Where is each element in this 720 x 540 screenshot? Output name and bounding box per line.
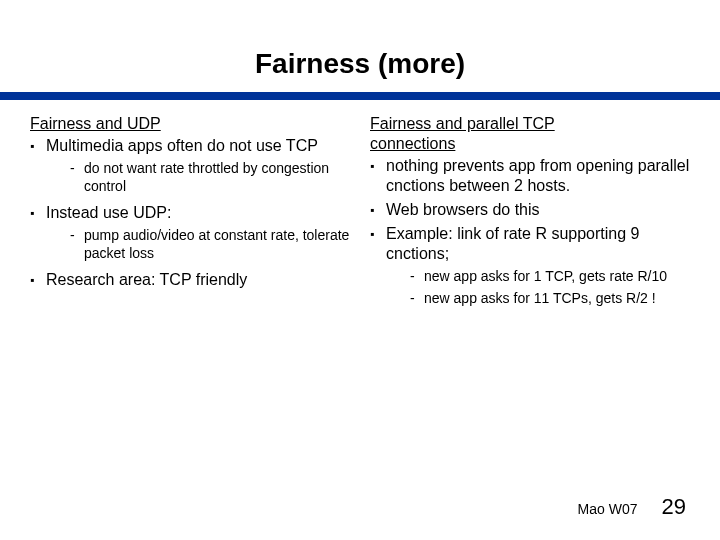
right-heading: Fairness and parallel TCP connections xyxy=(370,114,690,154)
list-item: Web browsers do this xyxy=(370,200,690,220)
list-item: Research area: TCP friendly xyxy=(30,270,350,290)
title-rule xyxy=(0,92,720,100)
list-item: new app asks for 11 TCPs, gets R/2 ! xyxy=(410,290,690,308)
bullet-text: Example: link of rate R supporting 9 cnc… xyxy=(386,225,639,262)
left-column: Fairness and UDP Multimedia apps often d… xyxy=(30,114,350,315)
bullet-text: pump audio/video at constant rate, toler… xyxy=(84,227,349,261)
bullet-text: Instead use UDP: xyxy=(46,204,171,221)
bullet-text: Research area: TCP friendly xyxy=(46,271,247,288)
list-item: new app asks for 1 TCP, gets rate R/10 xyxy=(410,268,690,286)
list-item: do not want rate throttled by congestion… xyxy=(70,160,350,195)
bullet-text: Multimedia apps often do not use TCP xyxy=(46,137,318,154)
list-item: Multimedia apps often do not use TCP do … xyxy=(30,136,350,195)
bullet-text: do not want rate throttled by congestion… xyxy=(84,160,329,194)
list-item: nothing prevents app from opening parall… xyxy=(370,156,690,196)
bullet-text: new app asks for 11 TCPs, gets R/2 ! xyxy=(424,290,656,306)
footer-text: Mao W07 xyxy=(578,501,638,517)
list-item: Example: link of rate R supporting 9 cnc… xyxy=(370,224,690,307)
list-item: Instead use UDP: pump audio/video at con… xyxy=(30,203,350,262)
slide-footer: Mao W07 29 xyxy=(578,494,686,520)
page-number: 29 xyxy=(662,494,686,520)
right-column: Fairness and parallel TCP connections no… xyxy=(370,114,690,315)
list-item: pump audio/video at constant rate, toler… xyxy=(70,227,350,262)
bullet-text: new app asks for 1 TCP, gets rate R/10 xyxy=(424,268,667,284)
bullet-text: Web browsers do this xyxy=(386,201,540,218)
heading-line: connections xyxy=(370,135,455,152)
slide-body: Fairness and UDP Multimedia apps often d… xyxy=(0,100,720,315)
heading-line: Fairness and parallel TCP xyxy=(370,115,555,132)
left-heading: Fairness and UDP xyxy=(30,114,350,134)
bullet-text: nothing prevents app from opening parall… xyxy=(386,157,689,194)
slide: Fairness (more) Fairness and UDP Multime… xyxy=(0,0,720,540)
slide-title: Fairness (more) xyxy=(0,0,720,92)
